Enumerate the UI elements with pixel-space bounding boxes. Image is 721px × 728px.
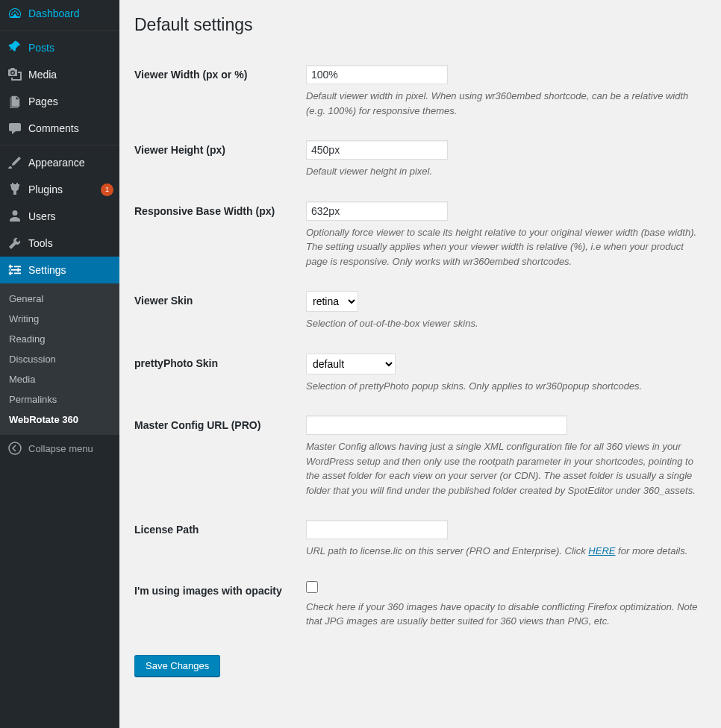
label-pretty-skin: prettyPhoto Skin bbox=[134, 342, 299, 405]
sidebar-label: Media bbox=[28, 69, 113, 81]
label-base-width: Responsive Base Width (px) bbox=[134, 190, 299, 280]
sidebar-label: Comments bbox=[28, 122, 113, 134]
collapse-icon bbox=[7, 441, 22, 456]
label-viewer-height: Viewer Height (px) bbox=[134, 129, 299, 190]
active-arrow bbox=[119, 264, 125, 276]
submenu-reading[interactable]: Reading bbox=[0, 329, 119, 349]
brush-icon bbox=[7, 155, 22, 170]
media-icon bbox=[7, 67, 22, 82]
input-viewer-height[interactable] bbox=[306, 140, 448, 160]
sidebar-item-users[interactable]: Users bbox=[0, 203, 119, 230]
input-license-path[interactable] bbox=[306, 520, 448, 539]
sidebar-item-dashboard[interactable]: Dashboard bbox=[0, 0, 119, 27]
submenu-media[interactable]: Media bbox=[0, 369, 119, 389]
license-here-link[interactable]: HERE bbox=[588, 545, 615, 556]
dashboard-icon bbox=[7, 6, 22, 21]
desc-viewer-width: Default viewer width in pixel. When usin… bbox=[306, 89, 699, 118]
input-master-config[interactable] bbox=[306, 415, 567, 435]
input-base-width[interactable] bbox=[306, 201, 448, 221]
comments-icon bbox=[7, 121, 22, 136]
label-viewer-width: Viewer Width (px or %) bbox=[134, 54, 299, 129]
submenu-writing[interactable]: Writing bbox=[0, 309, 119, 329]
sidebar-label: Plugins bbox=[28, 183, 97, 195]
desc-master-config: Master Config allows having just a singl… bbox=[306, 439, 699, 498]
plugin-icon bbox=[7, 182, 22, 197]
menu-separator bbox=[0, 142, 119, 145]
sidebar-item-comments[interactable]: Comments bbox=[0, 115, 119, 142]
label-master-config: Master Config URL (PRO) bbox=[134, 404, 299, 509]
desc-pretty-skin: Selection of prettyPhoto popup skins. On… bbox=[306, 379, 699, 394]
desc-base-width-2: The setting usually applies when your vi… bbox=[306, 239, 699, 269]
sidebar-label: Pages bbox=[28, 95, 113, 107]
label-license-path: License Path bbox=[134, 509, 299, 570]
desc-base-width-1: Optionally force viewer to scale its hei… bbox=[306, 225, 699, 240]
input-viewer-width[interactable] bbox=[306, 65, 448, 84]
sidebar-item-media[interactable]: Media bbox=[0, 61, 119, 88]
submenu-webrotate360[interactable]: WebRotate 360 bbox=[0, 410, 119, 430]
select-pretty-skin[interactable]: default bbox=[306, 354, 396, 374]
checkbox-opacity[interactable] bbox=[306, 581, 318, 593]
sidebar-label: Dashboard bbox=[28, 7, 113, 19]
menu-separator bbox=[0, 27, 119, 31]
collapse-label: Collapse menu bbox=[28, 443, 93, 454]
sidebar-item-pages[interactable]: Pages bbox=[0, 88, 119, 115]
desc-license-path: URL path to license.lic on this server (… bbox=[306, 544, 699, 559]
collapse-menu[interactable]: Collapse menu bbox=[0, 435, 119, 462]
settings-form: Viewer Width (px or %) Default viewer wi… bbox=[134, 54, 706, 640]
main-content: Default settings Viewer Width (px or %) … bbox=[119, 0, 721, 728]
svg-point-0 bbox=[9, 442, 21, 454]
sidebar-label: Users bbox=[28, 210, 113, 222]
desc-viewer-height: Default viewer height in pixel. bbox=[306, 164, 699, 179]
sidebar-label: Settings bbox=[28, 264, 113, 276]
submenu-permalinks[interactable]: Permalinks bbox=[0, 389, 119, 410]
sidebar-label: Appearance bbox=[28, 157, 113, 169]
wrench-icon bbox=[7, 236, 22, 251]
sidebar-item-appearance[interactable]: Appearance bbox=[0, 149, 119, 176]
desc-opacity: Check here if your 360 images have opaci… bbox=[306, 600, 699, 629]
sidebar-label: Posts bbox=[28, 42, 113, 54]
page-title: Default settings bbox=[134, 15, 706, 35]
label-opacity: I'm using images with opacity bbox=[134, 570, 299, 640]
sidebar-item-tools[interactable]: Tools bbox=[0, 230, 119, 257]
sidebar-label: Tools bbox=[28, 237, 113, 249]
desc-viewer-skin: Selection of out-of-the-box viewer skins… bbox=[306, 316, 699, 331]
submenu-discussion[interactable]: Discussion bbox=[0, 349, 119, 369]
update-badge: 1 bbox=[101, 183, 113, 196]
admin-sidebar: Dashboard Posts Media Pages Comments App… bbox=[0, 0, 119, 728]
save-button[interactable]: Save Changes bbox=[134, 655, 220, 677]
pin-icon bbox=[7, 40, 22, 55]
sidebar-item-settings[interactable]: Settings bbox=[0, 257, 119, 283]
sidebar-item-posts[interactable]: Posts bbox=[0, 34, 119, 61]
settings-submenu: General Writing Reading Discussion Media… bbox=[0, 283, 119, 435]
sidebar-item-plugins[interactable]: Plugins 1 bbox=[0, 176, 119, 203]
label-viewer-skin: Viewer Skin bbox=[134, 280, 299, 342]
sliders-icon bbox=[7, 263, 22, 277]
select-viewer-skin[interactable]: retina bbox=[306, 291, 358, 312]
user-icon bbox=[7, 209, 22, 224]
pages-icon bbox=[7, 94, 22, 109]
submenu-general[interactable]: General bbox=[0, 289, 119, 309]
